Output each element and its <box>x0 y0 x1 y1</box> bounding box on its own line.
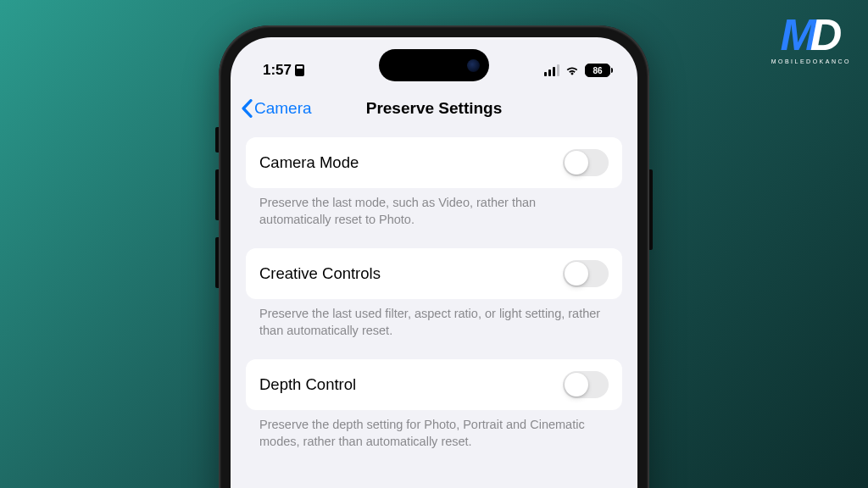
toggle-depth-control[interactable] <box>563 371 609 398</box>
setting-group-camera-mode: Camera Mode Preserve the last mode, such… <box>246 137 622 228</box>
back-button-label: Camera <box>254 99 312 118</box>
toggle-camera-mode[interactable] <box>563 149 609 176</box>
chevron-left-icon <box>241 99 253 118</box>
cellular-signal-icon <box>544 64 560 76</box>
toggle-creative-controls[interactable] <box>563 260 609 287</box>
front-camera-icon <box>467 59 480 72</box>
battery-percentage: 86 <box>593 66 602 75</box>
navigation-bar: Camera Preserve Settings <box>231 88 637 129</box>
dynamic-island <box>379 49 489 81</box>
setting-group-creative-controls: Creative Controls Preserve the last used… <box>246 248 622 339</box>
setting-cell-depth-control[interactable]: Depth Control <box>246 359 622 410</box>
toggle-knob <box>565 373 588 396</box>
setting-label: Camera Mode <box>259 153 359 172</box>
phone-mute-switch <box>215 127 219 152</box>
wifi-icon <box>565 64 580 76</box>
setting-description: Preserve the last used filter, aspect ra… <box>246 299 622 339</box>
toggle-knob <box>565 262 588 286</box>
settings-content: Camera Mode Preserve the last mode, such… <box>231 129 637 450</box>
toggle-knob <box>565 151 588 175</box>
setting-description: Preserve the last mode, such as Video, r… <box>246 188 622 228</box>
sim-card-icon <box>295 64 304 76</box>
phone-volume-up <box>215 169 219 220</box>
phone-frame: 1:57 86 Camera P <box>219 25 649 488</box>
status-time: 1:57 <box>263 62 292 79</box>
watermark-text: MOBILEDOKANCO <box>771 58 851 64</box>
setting-description: Preserve the depth setting for Photo, Po… <box>246 410 622 450</box>
watermark-letter-d: D <box>810 13 843 57</box>
phone-power-button <box>649 169 653 250</box>
battery-indicator: 86 <box>585 64 610 77</box>
setting-group-depth-control: Depth Control Preserve the depth setting… <box>246 359 622 450</box>
watermark-logo: M D MOBILEDOKANCO <box>771 13 851 64</box>
back-button[interactable]: Camera <box>241 99 312 118</box>
setting-cell-creative-controls[interactable]: Creative Controls <box>246 248 622 299</box>
setting-label: Creative Controls <box>259 264 381 283</box>
setting-cell-camera-mode[interactable]: Camera Mode <box>246 137 622 188</box>
phone-screen: 1:57 86 Camera P <box>231 37 637 488</box>
phone-volume-down <box>215 237 219 288</box>
setting-label: Depth Control <box>259 375 356 394</box>
